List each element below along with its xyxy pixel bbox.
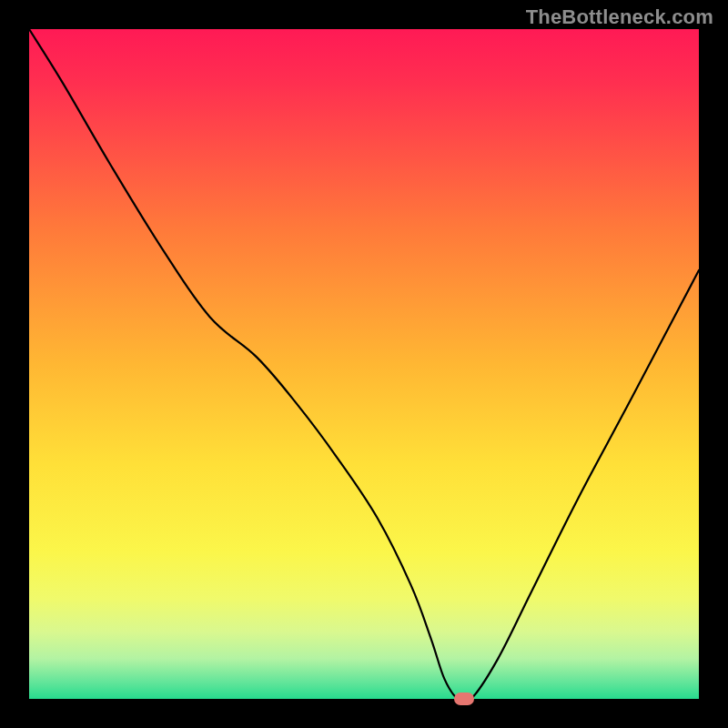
- plot-area: [29, 29, 699, 699]
- chart-container: TheBottleneck.com: [0, 0, 728, 728]
- watermark-text: TheBottleneck.com: [526, 5, 713, 29]
- gradient-background: [29, 29, 699, 699]
- optimum-marker: [454, 693, 474, 705]
- chart-svg: [29, 29, 699, 699]
